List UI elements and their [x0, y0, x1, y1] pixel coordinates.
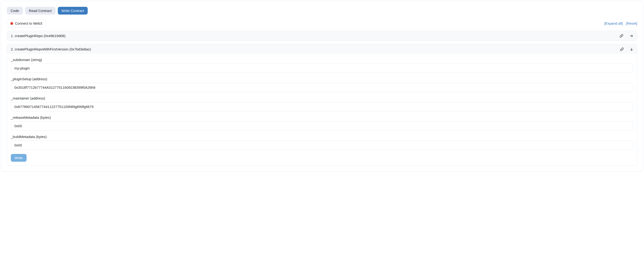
input-release-metadata[interactable]: [11, 121, 633, 131]
link-icon[interactable]: [620, 47, 624, 51]
method-title: 1. createPluginRepo (0x49b19d08): [11, 34, 66, 38]
field-label: _subdomain (string): [11, 58, 633, 62]
connect-web3-button[interactable]: Connect to Web3: [7, 19, 46, 27]
method-item-1: 1. createPluginRepo (0x49b19d08): [7, 31, 637, 41]
method-header-2[interactable]: 2. createPluginRepoWithFirstVersion (0x7…: [7, 44, 637, 54]
input-maintainer[interactable]: [11, 102, 633, 111]
field-label: _releaseMetadata (bytes): [11, 116, 633, 120]
input-subdomain[interactable]: [11, 64, 633, 73]
field-plugin-setup: _pluginSetup (address): [11, 77, 633, 92]
field-build-metadata: _buildMetadata (bytes): [11, 135, 633, 150]
field-label: _buildMetadata (bytes): [11, 135, 633, 139]
tab-read-contract[interactable]: Read Contract: [25, 7, 56, 14]
tab-write-contract[interactable]: Write Contract: [58, 7, 88, 14]
reset-link[interactable]: [Reset]: [626, 21, 637, 25]
write-button[interactable]: Write: [11, 154, 26, 162]
arrow-right-icon[interactable]: [630, 34, 633, 37]
method-title: 2. createPluginRepoWithFirstVersion (0x7…: [11, 47, 91, 51]
field-label: _maintainer (address): [11, 96, 633, 100]
toolbar: Connect to Web3 [Expand all] [Reset]: [7, 19, 637, 27]
connect-label: Connect to Web3: [15, 21, 42, 25]
method-icons: [620, 34, 633, 38]
method-item-2: 2. createPluginRepoWithFirstVersion (0x7…: [7, 44, 637, 166]
input-plugin-setup[interactable]: [11, 83, 633, 92]
field-maintainer: _maintainer (address): [11, 96, 633, 111]
tab-code[interactable]: Code: [7, 7, 23, 14]
field-release-metadata: _releaseMetadata (bytes): [11, 116, 633, 131]
field-subdomain: _subdomain (string): [11, 58, 633, 73]
arrow-down-icon[interactable]: [630, 47, 633, 51]
method-body-2: _subdomain (string) _pluginSetup (addres…: [7, 54, 637, 165]
method-icons: [620, 47, 633, 51]
expand-all-link[interactable]: [Expand all]: [604, 21, 622, 25]
method-header-1[interactable]: 1. createPluginRepo (0x49b19d08): [7, 31, 637, 41]
toolbar-links: [Expand all] [Reset]: [604, 21, 637, 25]
tab-bar: Code Read Contract Write Contract: [7, 7, 637, 14]
input-build-metadata[interactable]: [11, 140, 633, 150]
field-label: _pluginSetup (address): [11, 77, 633, 81]
link-icon[interactable]: [620, 34, 623, 38]
contract-card: Code Read Contract Write Contract Connec…: [1, 1, 643, 171]
status-dot-icon: [10, 22, 13, 25]
